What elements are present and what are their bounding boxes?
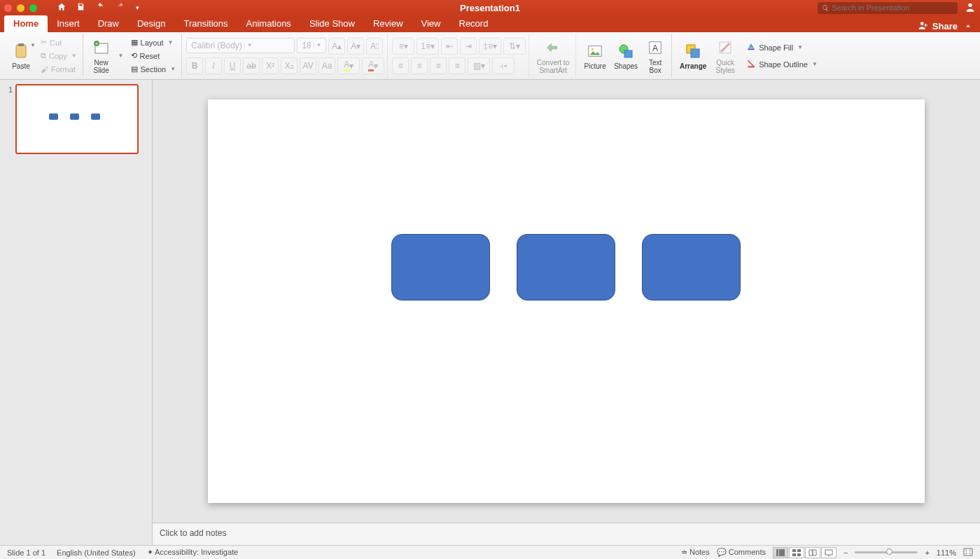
comments-toggle[interactable]: 💬 Comments (717, 548, 766, 557)
align-text-button[interactable]: ⫞▾ (492, 57, 514, 74)
undo-icon[interactable] (95, 2, 106, 13)
format-painter-button[interactable]: 🖌Format (38, 63, 80, 76)
slide-thumbnail-pane[interactable]: 1 (0, 80, 153, 545)
zoom-in-button[interactable]: + (925, 548, 929, 557)
notes-pane[interactable]: Click to add notes (153, 523, 980, 545)
italic-button[interactable]: I (205, 57, 222, 74)
numbering-button[interactable]: 1≡▾ (416, 38, 439, 55)
notes-icon: ≐ (681, 548, 690, 556)
rounded-rectangle-shape[interactable] (642, 234, 741, 301)
zoom-out-button[interactable]: − (844, 548, 848, 557)
picture-button[interactable]: Picture (580, 34, 610, 78)
slide-canvas[interactable] (208, 99, 925, 503)
section-button[interactable]: ▤Section▼ (128, 63, 179, 76)
group-arrange: Arrange Quick Styles Shape Fill▼ Shape O… (673, 34, 823, 78)
collapse-ribbon-button[interactable] (962, 20, 974, 32)
sorter-view-button[interactable] (789, 547, 804, 558)
search-box[interactable] (818, 2, 958, 14)
highlight-button[interactable]: A▾ (337, 57, 360, 74)
paste-button[interactable]: Paste ▼ (6, 34, 36, 78)
subscript-button[interactable]: X₂ (281, 57, 298, 74)
tab-transitions[interactable]: Transitions (174, 15, 237, 32)
align-center-button[interactable]: ≡ (411, 57, 428, 74)
shape-outline-button[interactable]: Shape Outline▼ (743, 58, 820, 71)
close-window-button[interactable] (4, 4, 12, 12)
redo-icon[interactable] (115, 2, 126, 13)
tab-insert[interactable]: Insert (48, 15, 89, 32)
home-icon[interactable] (57, 2, 66, 14)
account-icon[interactable] (965, 1, 976, 15)
share-button[interactable]: Share (932, 21, 958, 32)
font-color-button[interactable]: A▾ (362, 57, 384, 74)
shape-fill-button[interactable]: Shape Fill▼ (743, 41, 820, 54)
columns-button[interactable]: ▥▾ (468, 57, 490, 74)
convert-smartart-button[interactable]: Convert to SmartArt (533, 34, 573, 78)
text-box-button[interactable]: A Text Box (642, 34, 668, 78)
copy-icon: ⧉ (41, 51, 46, 60)
search-input[interactable] (832, 4, 953, 12)
line-spacing-button[interactable]: ‡≡▾ (479, 38, 501, 55)
zoom-level[interactable]: 111% (937, 548, 956, 557)
bullets-button[interactable]: ≡▾ (392, 38, 414, 55)
quick-styles-button[interactable]: Quick Styles (711, 34, 739, 78)
tab-draw[interactable]: Draw (89, 15, 128, 32)
svg-rect-22 (797, 553, 801, 556)
thumbnail-item[interactable]: 1 (6, 84, 146, 154)
slide-counter[interactable]: Slide 1 of 1 (7, 548, 46, 557)
chevron-down-icon[interactable]: ▼ (30, 42, 36, 48)
chevron-down-icon[interactable]: ▼ (118, 53, 124, 59)
font-size-picker[interactable]: 18▼ (297, 38, 326, 53)
underline-button[interactable]: U (224, 57, 241, 74)
justify-button[interactable]: ≡ (449, 57, 465, 74)
increase-indent-button[interactable]: ⇥ (460, 38, 477, 55)
tab-review[interactable]: Review (364, 15, 412, 32)
clear-formatting-button[interactable]: A⃠ (366, 38, 383, 55)
copy-button[interactable]: ⧉Copy▼ (38, 50, 80, 62)
minimize-window-button[interactable] (17, 4, 24, 12)
slideshow-view-button[interactable] (821, 547, 836, 558)
ribbon-home: Paste ▼ ✂Cut ⧉Copy▼ 🖌Format + New Slide … (0, 32, 980, 80)
arrange-button[interactable]: Arrange (676, 34, 710, 78)
text-direction-button[interactable]: ⇅▾ (503, 38, 526, 55)
tab-record[interactable]: Record (450, 15, 498, 32)
change-case-button[interactable]: Aa (318, 57, 335, 74)
layout-button[interactable]: ▦Layout▼ (128, 36, 179, 49)
zoom-knob[interactable] (886, 548, 892, 555)
align-right-button[interactable]: ≡ (430, 57, 447, 74)
ribbon-tabs: Home Insert Draw Design Transitions Anim… (0, 15, 980, 32)
tab-design[interactable]: Design (128, 15, 174, 32)
superscript-button[interactable]: X² (262, 57, 279, 74)
rounded-rectangle-shape[interactable] (391, 234, 490, 301)
accessibility-status[interactable]: ✦ Accessibility: Investigate (147, 548, 239, 557)
cut-button[interactable]: ✂Cut (38, 36, 80, 49)
customize-qat-icon[interactable]: ▾ (136, 4, 139, 11)
maximize-window-button[interactable] (29, 4, 37, 12)
font-name-picker[interactable]: Calibri (Body)▼ (186, 38, 295, 53)
tab-view[interactable]: View (412, 15, 450, 32)
tab-animations[interactable]: Animations (237, 15, 300, 32)
slide-thumbnail[interactable] (15, 84, 139, 154)
tab-home[interactable]: Home (4, 15, 48, 32)
character-spacing-button[interactable]: AV (300, 57, 316, 74)
svg-rect-17 (776, 549, 778, 556)
notes-toggle[interactable]: ≐ Notes (681, 548, 710, 557)
reading-view-button[interactable] (805, 547, 820, 558)
bold-button[interactable]: B (186, 57, 203, 74)
tab-slideshow[interactable]: Slide Show (300, 15, 364, 32)
normal-view-button[interactable] (773, 547, 788, 558)
reset-icon: ⟲ (131, 51, 137, 60)
zoom-slider[interactable] (855, 551, 918, 553)
reset-button[interactable]: ⟲Reset (128, 50, 179, 62)
strikethrough-button[interactable]: ab (243, 57, 260, 74)
new-slide-button[interactable]: + New Slide (88, 34, 115, 78)
rounded-rectangle-shape[interactable] (517, 234, 615, 301)
align-left-button[interactable]: ≡ (392, 57, 409, 74)
slide-canvas-wrap[interactable] (153, 80, 980, 523)
increase-font-button[interactable]: A▴ (328, 38, 345, 55)
fit-to-window-button[interactable] (963, 548, 973, 558)
language-label[interactable]: English (United States) (57, 548, 136, 557)
decrease-font-button[interactable]: A▾ (347, 38, 364, 55)
decrease-indent-button[interactable]: ⇤ (441, 38, 458, 55)
shapes-button[interactable]: Shapes (611, 34, 640, 78)
save-icon[interactable] (76, 2, 85, 13)
